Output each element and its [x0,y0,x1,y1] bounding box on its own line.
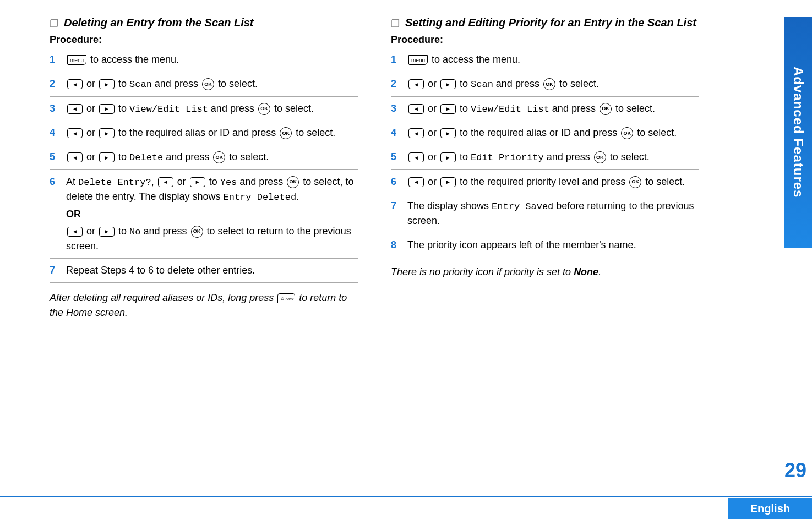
lcd-text: Edit Priority [471,152,544,163]
step-body: or to View/Edit List and press to select… [66,101,358,117]
step-text: Repeat Steps 4 to 6 to delete other entr… [66,263,358,278]
step-number: 6 [50,174,66,189]
right-column: ❐ Setting and Editing Priority for an En… [391,17,699,320]
step-number: 7 [391,199,407,214]
step-number: 6 [391,174,407,189]
lcd-text: Scan [129,79,152,90]
step-text: to [116,226,129,237]
arrow-right-icon [99,128,115,138]
step-text: and press [544,151,593,162]
arrow-right-icon [99,227,115,237]
step-text: to access the menu. [429,54,520,65]
step-text: and press [237,176,286,187]
step-text: and press [152,78,201,89]
step-5: 5 or to Edit Priority and press to selec… [391,145,699,170]
arrow-left-icon [408,79,424,89]
step-text: to select. [293,127,335,138]
step-number: 1 [50,52,66,67]
step-2: 2 or to Scan and press to select. [50,72,358,97]
step-number: 3 [391,101,407,116]
step-text: to select. [215,78,258,89]
step-text: and press [140,226,189,237]
step-body: or to the required alias or ID and press… [66,125,358,140]
step-number: 4 [391,125,407,140]
step-text: or [84,226,98,237]
step-text: or [425,78,439,89]
arrow-left-icon [67,79,83,89]
left-column: ❐ Deleting an Entry from the Scan List P… [50,17,358,320]
step-body: or to Delete and press to select. [66,150,358,165]
step-number: 3 [50,101,66,116]
step-text: to [116,151,129,162]
arrow-right-icon [440,152,456,162]
note: After deleting all required aliases or I… [50,291,358,320]
ok-button-icon [287,176,299,188]
arrow-right-icon [440,128,456,138]
menu-button-icon: menu [408,55,428,65]
step-text: . [296,191,299,202]
step-body: or to the required alias or ID and press… [407,125,699,140]
lcd-text: View/Edit List [129,104,208,114]
step-6: 6 or to the required priority level and … [391,170,699,194]
arrow-left-icon [158,177,173,187]
step-body: or to Scan and press to select. [66,76,358,92]
step-number: 2 [391,76,407,91]
step-number: 2 [50,76,66,91]
arrow-right-icon [99,79,115,89]
note-text: . [598,266,601,277]
step-text: to [457,151,471,162]
step-text: to [457,78,471,89]
lcd-text: Delete Entry? [78,177,151,188]
ok-button-icon [629,176,641,188]
step-text: or [84,127,98,138]
lcd-text: View/Edit List [471,104,549,114]
ok-button-icon [594,151,606,163]
step-text: to [116,78,129,89]
step-text: to the required alias or ID and press [457,127,620,138]
note-bold: None [574,266,598,277]
lcd-text: Entry Deleted [224,192,297,203]
step-text: and press [493,78,542,89]
or-label: OR [66,207,358,222]
step-text: to select. [634,127,677,138]
step-text: to [116,103,129,114]
step-text: to select. [607,151,650,162]
step-number: 7 [50,263,66,278]
menu-button-icon: menu [67,55,86,65]
step-8: 8 The priority icon appears left of the … [391,233,699,257]
page-content: ❐ Deleting an Entry from the Scan List P… [0,0,812,320]
step-text: or [425,176,439,187]
arrow-right-icon [440,177,456,187]
step-body: At Delete Entry?, or to Yes and press to… [66,174,358,254]
section-title: Deleting an Entry from the Scan List [64,17,254,29]
step-number: 5 [50,150,66,165]
arrow-left-icon [408,152,424,162]
step-4: 4 or to the required alias or ID and pre… [50,121,358,145]
document-icon: ❐ [50,18,58,30]
arrow-right-icon [190,177,205,187]
arrow-left-icon [67,104,83,114]
step-1: 1 menu to access the menu. [391,48,699,72]
step-text: to [457,103,471,114]
step-number: 5 [391,150,407,165]
arrow-left-icon [408,177,424,187]
section-title: Setting and Editing Priority for an Entr… [405,17,696,29]
section-header: ❐ Deleting an Entry from the Scan List [50,17,358,30]
step-text: or [425,103,439,114]
step-text: to select. [557,78,599,89]
ok-button-icon [213,151,225,163]
step-text: The priority icon appears left of the me… [407,238,699,253]
note-text: After deleting all required aliases or I… [50,292,276,303]
step-5: 5 or to Delete and press to select. [50,145,358,170]
step-7: 7 The display shows Entry Saved before r… [391,194,699,234]
step-text: , [151,176,157,187]
ok-button-icon [202,78,214,90]
step-body: or to Edit Priority and press to select. [407,150,699,165]
step-text: to select. [226,151,269,162]
arrow-right-icon [99,152,115,162]
note-text: There is no priority icon if priority is… [391,266,574,277]
page-number: 29 [779,459,812,486]
step-text: to access the menu. [88,54,179,65]
arrow-left-icon [67,152,83,162]
step-text: or [84,103,98,114]
